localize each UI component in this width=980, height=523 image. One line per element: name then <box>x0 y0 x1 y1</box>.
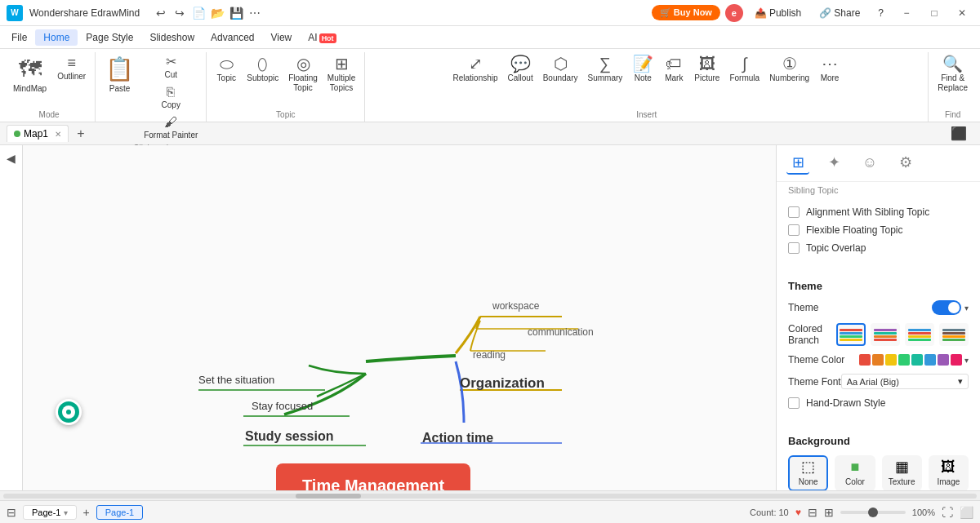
workspace-topic[interactable]: workspace <box>492 300 539 312</box>
restore-button[interactable]: □ <box>923 5 946 21</box>
page-add-button[interactable]: + <box>80 506 93 519</box>
focus-indicator[interactable] <box>56 399 82 425</box>
more-options-button[interactable]: ⋯ <box>247 5 263 21</box>
page-tab-1[interactable]: Page-1 ▾ <box>23 505 77 520</box>
topic-button[interactable]: ⬭ Topic <box>212 52 241 86</box>
cb-option-3[interactable] <box>905 323 934 346</box>
horizontal-scrollbar[interactable] <box>0 490 980 500</box>
swatch-orange[interactable] <box>872 354 884 366</box>
tab-close-icon[interactable]: ✕ <box>55 130 61 139</box>
save-button[interactable]: 💾 <box>228 5 244 21</box>
mindmap-button[interactable]: 🗺 MindMap <box>8 52 51 96</box>
user-avatar[interactable]: e <box>725 4 743 22</box>
scroll-track[interactable] <box>3 494 977 499</box>
multiple-topics-button[interactable]: ⊞ MultipleTopics <box>323 52 359 96</box>
theme-toggle-switch[interactable] <box>932 300 961 315</box>
copy-button[interactable]: ⎘ Copy <box>140 83 201 112</box>
swatch-pink[interactable] <box>951 354 962 366</box>
view-icon-2[interactable]: ⊞ <box>824 506 834 519</box>
hand-drawn-checkbox[interactable] <box>788 397 800 409</box>
communication-topic[interactable]: communication <box>528 326 594 338</box>
help-button[interactable]: ? <box>871 6 890 20</box>
boundary-button[interactable]: ⬡ Boundary <box>539 52 582 86</box>
buy-now-button[interactable]: 🛒 Buy Now <box>652 5 720 20</box>
minimize-button[interactable]: − <box>895 5 918 21</box>
central-topic[interactable]: Time Management <box>276 463 470 490</box>
swatch-green[interactable] <box>898 354 910 366</box>
formula-button[interactable]: ∫ Formula <box>725 52 764 86</box>
sidebar-toggle-icon[interactable]: ⊟ <box>7 506 16 519</box>
view-icon-1[interactable]: ⊟ <box>808 506 817 519</box>
find-replace-button[interactable]: 🔍 Find &Replace <box>933 52 972 96</box>
sidebar-collapse-icon[interactable]: ◀ <box>2 148 21 168</box>
panel-collapse-icon[interactable]: ⬛ <box>951 126 967 141</box>
reading-topic[interactable]: reading <box>473 349 506 361</box>
bg-option-none[interactable]: ⬚ None <box>788 455 828 490</box>
summary-button[interactable]: ∑ Summary <box>584 52 627 86</box>
picture-button[interactable]: 🖼 Picture <box>690 52 724 86</box>
theme-dropdown-arrow[interactable]: ▾ <box>964 304 969 312</box>
menu-view[interactable]: View <box>262 29 300 46</box>
cb-option-4[interactable] <box>939 323 969 346</box>
alignment-checkbox[interactable] <box>788 206 800 218</box>
menu-slideshow[interactable]: Slideshow <box>141 29 203 46</box>
swatch-blue[interactable] <box>924 354 936 366</box>
panel-tab-settings[interactable]: ⚙ <box>894 152 917 175</box>
swatch-purple[interactable] <box>938 354 949 366</box>
theme-color-dropdown-arrow[interactable]: ▾ <box>964 356 969 365</box>
theme-color-swatches <box>859 354 962 366</box>
tab-add-button[interactable]: + <box>72 125 90 143</box>
panel-tab-style[interactable]: ✦ <box>822 152 845 175</box>
set-situation-topic[interactable]: Set the situation <box>198 374 274 386</box>
callout-button[interactable]: 💬 Callout <box>504 52 537 86</box>
swatch-red[interactable] <box>859 354 871 366</box>
flexible-checkbox[interactable] <box>788 224 800 236</box>
bg-option-color[interactable]: ■ Color <box>835 455 875 490</box>
map-tab[interactable]: Map1 ✕ <box>7 125 69 142</box>
theme-font-select[interactable]: Aa Arial (Big) ▾ <box>841 374 969 389</box>
swatch-yellow[interactable] <box>885 354 897 366</box>
relationship-button[interactable]: ⤢ Relationship <box>449 52 502 86</box>
focus-indicator-dot <box>66 410 71 414</box>
zoom-slider[interactable] <box>840 511 906 514</box>
organization-topic[interactable]: Organization <box>460 375 545 392</box>
menu-ai[interactable]: AIHot <box>300 29 344 46</box>
mark-button[interactable]: 🏷 Mark <box>659 52 688 86</box>
menu-home[interactable]: Home <box>35 29 78 46</box>
panel-toggle-icon[interactable]: ⬜ <box>960 506 973 519</box>
action-time-topic[interactable]: Action time <box>422 431 493 445</box>
menu-advanced[interactable]: Advanced <box>203 29 262 46</box>
close-button[interactable]: ✕ <box>951 5 973 21</box>
floating-topic-button[interactable]: ◎ FloatingTopic <box>284 52 322 96</box>
panel-tab-layout[interactable]: ⊞ <box>786 152 809 175</box>
more-button[interactable]: ⋯ More <box>815 52 844 86</box>
open-file-button[interactable]: 📂 <box>209 5 225 21</box>
menu-page-style[interactable]: Page Style <box>78 29 141 46</box>
scroll-thumb[interactable] <box>296 494 361 499</box>
note-button[interactable]: 📝 Note <box>628 52 657 86</box>
paste-button[interactable]: 📋 Paste <box>100 52 139 96</box>
fullscreen-icon[interactable]: ⛶ <box>942 506 953 519</box>
cb-option-1[interactable] <box>836 323 866 346</box>
share-button[interactable]: 🔗 Share <box>813 6 866 20</box>
canvas[interactable]: Time Management Organization Action time… <box>23 145 776 490</box>
outliner-button[interactable]: ≡ Outliner <box>53 52 90 85</box>
central-topic-label: Time Management <box>302 476 444 490</box>
publish-button[interactable]: 📤 Publish <box>748 6 808 20</box>
page-tab-active[interactable]: Page-1 <box>96 505 143 520</box>
stay-focused-topic[interactable]: Stay focused <box>252 400 313 412</box>
swatch-teal[interactable] <box>911 354 923 366</box>
redo-button[interactable]: ↪ <box>172 5 188 21</box>
subtopic-button[interactable]: ⬯ Subtopic <box>243 52 283 86</box>
bg-option-texture[interactable]: ▦ Texture <box>882 455 922 490</box>
overlap-checkbox[interactable] <box>788 242 800 254</box>
cut-button[interactable]: ✂ Cut <box>140 52 201 82</box>
panel-tab-emoji[interactable]: ☺ <box>858 152 881 175</box>
study-session-topic[interactable]: Study session <box>245 429 333 444</box>
menu-file[interactable]: File <box>3 29 35 46</box>
new-file-button[interactable]: 📄 <box>190 5 207 21</box>
numbering-button[interactable]: ① Numbering <box>765 52 813 86</box>
bg-option-image[interactable]: 🖼 Image <box>929 455 969 490</box>
cb-option-2[interactable] <box>871 323 900 346</box>
undo-button[interactable]: ↩ <box>153 5 169 21</box>
